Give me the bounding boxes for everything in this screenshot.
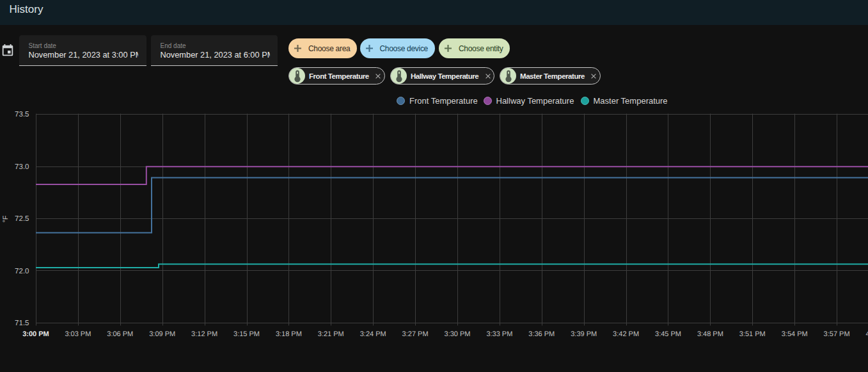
- svg-text:3:09 PM: 3:09 PM: [149, 330, 175, 338]
- svg-text:3:27 PM: 3:27 PM: [402, 330, 429, 338]
- svg-text:°F: °F: [2, 215, 10, 222]
- svg-text:73.5: 73.5: [15, 111, 29, 118]
- svg-text:71.5: 71.5: [15, 319, 29, 327]
- svg-text:3:12 PM: 3:12 PM: [191, 330, 217, 338]
- svg-text:3:18 PM: 3:18 PM: [276, 330, 302, 338]
- svg-text:72.0: 72.0: [15, 268, 29, 275]
- svg-text:3:54 PM: 3:54 PM: [782, 330, 808, 338]
- svg-text:3:15 PM: 3:15 PM: [233, 330, 260, 338]
- svg-text:3:33 PM: 3:33 PM: [486, 330, 512, 338]
- svg-text:3:57 PM: 3:57 PM: [824, 330, 850, 338]
- svg-text:3:00 PM: 3:00 PM: [22, 330, 49, 338]
- svg-text:3:03 PM: 3:03 PM: [65, 330, 91, 338]
- svg-text:3:48 PM: 3:48 PM: [697, 330, 723, 338]
- svg-text:3:21 PM: 3:21 PM: [318, 330, 344, 338]
- svg-text:3:36 PM: 3:36 PM: [528, 330, 555, 338]
- svg-text:3:30 PM: 3:30 PM: [445, 330, 471, 338]
- svg-text:3:45 PM: 3:45 PM: [655, 330, 681, 338]
- svg-text:72.5: 72.5: [15, 215, 29, 223]
- svg-text:3:39 PM: 3:39 PM: [571, 330, 597, 338]
- svg-text:3:06 PM: 3:06 PM: [107, 330, 133, 338]
- svg-text:3:51 PM: 3:51 PM: [739, 330, 766, 338]
- svg-text:3:24 PM: 3:24 PM: [360, 330, 386, 338]
- svg-text:73.0: 73.0: [15, 163, 29, 171]
- svg-text:4:00 PM: 4:00 PM: [866, 330, 868, 338]
- svg-text:3:42 PM: 3:42 PM: [613, 330, 639, 338]
